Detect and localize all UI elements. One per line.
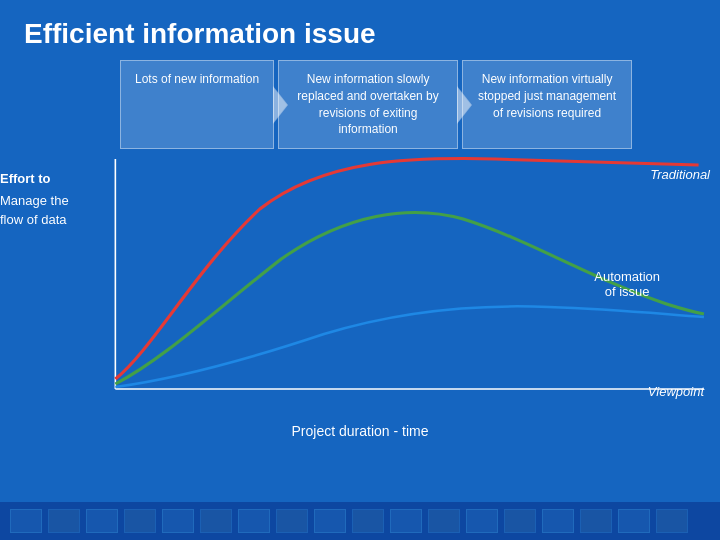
bottom-tile — [428, 509, 460, 533]
info-box-3: New information virtually stopped just m… — [462, 60, 632, 149]
bottom-tile — [162, 509, 194, 533]
bottom-tile — [618, 509, 650, 533]
chart-area: Effort to Manage the flow of data Tradit… — [0, 149, 720, 449]
info-boxes-row: Lots of new information New information … — [120, 60, 720, 149]
bottom-tile — [656, 509, 688, 533]
traditional-label: Traditional — [650, 167, 710, 182]
bottom-tile — [390, 509, 422, 533]
bottom-tile — [314, 509, 346, 533]
x-axis-label: Project duration - time — [292, 423, 429, 439]
bottom-tile — [466, 509, 498, 533]
info-box-1: Lots of new information — [120, 60, 274, 149]
bottom-tile — [542, 509, 574, 533]
viewpoint-label: Viewpoint — [648, 384, 704, 399]
bottom-tile — [504, 509, 536, 533]
bottom-tile — [48, 509, 80, 533]
automation-label: Automation of issue — [594, 269, 660, 299]
chart-y-label: Effort to Manage the flow of data — [0, 169, 110, 230]
bottom-tile — [276, 509, 308, 533]
bottom-tile — [352, 509, 384, 533]
bottom-tile — [200, 509, 232, 533]
bottom-tile — [124, 509, 156, 533]
bottom-tile — [238, 509, 270, 533]
bottom-decorative-bar — [0, 502, 720, 540]
bottom-tile — [580, 509, 612, 533]
info-box-2: New information slowly replaced and over… — [278, 60, 458, 149]
page-title: Efficient information issue — [0, 0, 720, 60]
bottom-tile — [86, 509, 118, 533]
bottom-tile — [10, 509, 42, 533]
